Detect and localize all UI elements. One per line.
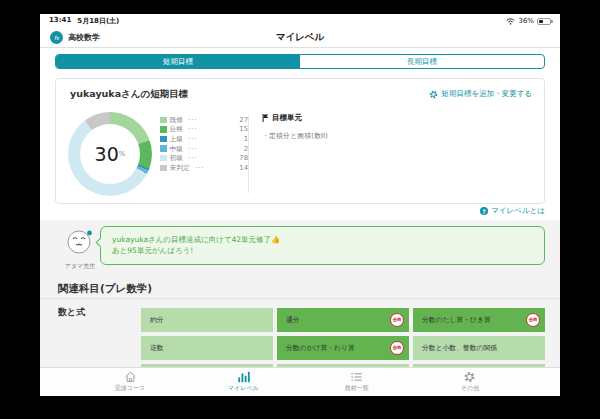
legend-separator: ··· [188,154,197,162]
nav-label: 教材一覧 [345,384,369,393]
gear-icon [429,90,438,99]
legend-item: 未判定···14 [160,163,248,173]
edit-goal-link[interactable]: 短期目標を追加・変更する [429,89,532,99]
legend-separator: ··· [188,135,197,143]
edit-goal-label: 短期目標を追加・変更する [441,89,532,99]
legend-item: 初級···78 [160,153,248,163]
unit-cell-label: 約分 [150,315,164,325]
unit-cell[interactable]: 分数のたし算・ひき算合格 [413,308,545,332]
legend-item: 合格···15 [160,125,248,135]
nav-item-courses[interactable]: 受講コース [95,368,165,396]
unit-cell-label: 分数と小数、整数の関係 [422,343,497,353]
unit-cell-label: 分数のかけ算・わり算 [286,343,355,353]
legend-label: 上級 [170,134,184,144]
status-bar: 13:41 5月18日(土) 36% [40,14,560,28]
card-divider [248,115,249,193]
page-title: マイレベル [40,31,560,44]
battery-icon [537,18,551,25]
bar-chart-icon [237,371,250,383]
tab-short-term-goal[interactable]: 短期目標 [56,55,300,68]
nav-label: その他 [461,384,479,393]
unit-cell-label: 通分 [286,315,300,325]
target-unit-item: ・定積分と面積(数II) [262,131,328,141]
teacher-avatar-icon [65,228,95,256]
unit-cell[interactable]: 通分合格 [277,308,409,332]
legend-label: 初級 [170,153,184,163]
teacher-message-line2: あと95単元がんばろう! [112,245,533,256]
clock: 13:41 [49,16,71,26]
ipad-frame: 13:41 5月18日(土) 36% fx 高校数学 マイレベル 短期目標 [0,0,600,419]
legend-label: 中級 [170,144,184,154]
legend-item: 上級···1 [160,134,248,144]
bottom-nav: 受講コース マイレベル 教材一覧 [40,367,560,396]
legend-value: 27 [239,116,248,124]
donut-center: 30 % [80,124,140,184]
goal-tabs: 短期目標 長期目標 [55,54,545,69]
home-icon [124,371,137,383]
legend-swatch [160,126,167,133]
legend-label: 既修 [170,115,184,125]
teacher-message-line1: yukayukaさんの目標達成に向けて42単元修了👍 [112,234,533,245]
nav-label: マイレベル [228,384,259,393]
teacher-avatar-block: アタマ先生 [60,228,100,271]
unit-cell[interactable]: 約分合格 [141,308,273,332]
unit-cell-label: 逆数 [150,343,164,353]
battery-percent: 36% [518,17,534,25]
nav-item-mylevel[interactable]: マイレベル [208,368,278,396]
legend-value: 78 [239,154,248,162]
app-header: fx 高校数学 マイレベル [40,28,560,48]
progress-percent: 30 [95,143,119,165]
app-screen: 13:41 5月18日(土) 36% fx 高校数学 マイレベル 短期目標 [40,14,560,396]
wifi-icon [506,18,515,25]
pass-stamp-icon: 合格 [390,341,404,355]
unit-cell[interactable]: 分数のかけ算・わり算合格 [277,336,409,360]
legend-label: 合格 [170,124,184,134]
legend-label: 未判定 [170,163,190,173]
legend-value: 14 [239,164,248,172]
legend-item: 中級···2 [160,144,248,154]
question-icon: ? [480,207,489,216]
tab-area: 短期目標 長期目標 [40,48,560,78]
target-units-section: 目標単元 ・定積分と面積(数II) [262,113,328,141]
pass-stamp-icon: 合格 [526,313,540,327]
teacher-name: アタマ先生 [60,262,100,271]
legend-separator: ··· [188,116,197,124]
mylevel-help-label: マイレベルとは [491,206,545,216]
legend-swatch [160,136,167,143]
unit-group-label: 数と式 [58,306,85,319]
tab-long-term-goal[interactable]: 長期目標 [300,55,544,68]
legend-separator: ··· [188,145,197,153]
unit-cell[interactable]: 逆数合格 [141,336,273,360]
section-divider [40,298,560,299]
legend-separator: ··· [188,125,197,133]
legend-swatch [160,117,167,124]
legend-value: 15 [239,125,248,133]
teacher-message-bubble: yukayukaさんの目標達成に向けて42単元修了👍 あと95単元がんばろう! [100,226,545,265]
goal-card-title: yukayukaさんの短期目標 [70,88,188,101]
legend-swatch [160,145,167,152]
legend-separator: ··· [195,164,204,172]
mylevel-help-link[interactable]: ? マイレベルとは [480,206,545,216]
nav-label: 受講コース [115,384,145,393]
date: 5月18日(土) [77,16,119,26]
gear-icon [463,371,476,383]
nav-item-other[interactable]: その他 [435,368,505,396]
unit-cell[interactable]: 分数と小数、整数の関係合格 [413,336,545,360]
donut-chart: 30 % [68,112,152,196]
legend-swatch [160,155,167,162]
flag-icon [262,114,269,122]
target-units-heading: 目標単元 [272,113,302,123]
related-subjects-heading: 関連科目(プレ数学) [58,282,152,296]
unit-cell-label: 分数のたし算・ひき算 [422,315,491,325]
pass-stamp-icon: 合格 [390,313,404,327]
legend-swatch [160,165,167,172]
short-term-goal-card: yukayukaさんの短期目標 短期目標を追加・変更する 30 % 既修···2… [55,78,545,204]
donut-legend: 既修···27 合格···15 上級···1 中級···2 初級···78 未判… [160,115,248,173]
progress-unit: % [119,150,126,158]
nav-item-materials[interactable]: 教材一覧 [322,368,392,396]
legend-item: 既修···27 [160,115,248,125]
list-icon [350,371,363,383]
